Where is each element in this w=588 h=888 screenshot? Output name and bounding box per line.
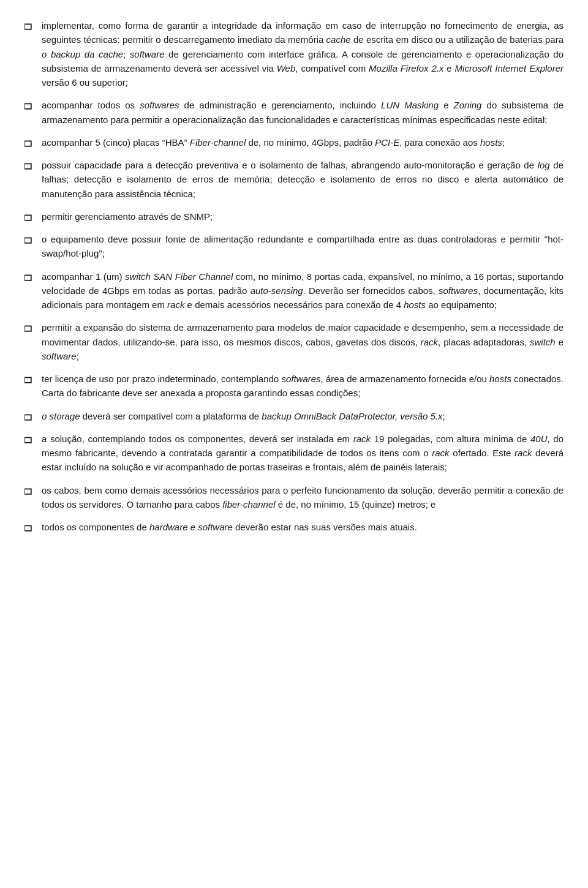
svg-rect-8 bbox=[24, 377, 31, 382]
svg-rect-10 bbox=[24, 437, 31, 442]
bullet-icon bbox=[24, 373, 36, 384]
svg-rect-5 bbox=[24, 238, 31, 243]
bullet-text: todos os componentes de hardware e softw… bbox=[42, 520, 564, 534]
bullet-icon bbox=[24, 233, 36, 244]
bullet-icon bbox=[24, 20, 36, 31]
list-item: ter licença de uso por prazo indetermina… bbox=[24, 372, 564, 401]
bullet-text: o storage deverá ser compatível com a pl… bbox=[42, 409, 564, 423]
list-item: a solução, contemplando todos os compone… bbox=[24, 432, 564, 475]
svg-rect-6 bbox=[24, 275, 31, 280]
svg-rect-0 bbox=[24, 24, 31, 29]
bullet-list: implementar, como forma de garantir a in… bbox=[24, 18, 564, 534]
bullet-icon bbox=[24, 410, 36, 421]
bullet-icon bbox=[24, 484, 36, 495]
list-item: todos os componentes de hardware e softw… bbox=[24, 520, 564, 534]
bullet-text: acompanhar todos os softwares de adminis… bbox=[42, 98, 564, 127]
svg-rect-4 bbox=[24, 215, 31, 220]
svg-rect-1 bbox=[24, 104, 31, 109]
list-item: o storage deverá ser compatível com a pl… bbox=[24, 409, 564, 423]
bullet-text: o equipamento deve possuir fonte de alim… bbox=[42, 232, 564, 261]
list-item: acompanhar 5 (cinco) placas “HBA” Fiber-… bbox=[24, 135, 564, 149]
bullet-text: os cabos, bem como demais acessórios nec… bbox=[42, 483, 564, 512]
list-item: acompanhar todos os softwares de adminis… bbox=[24, 98, 564, 127]
bullet-text: permitir a expansão do sistema de armaze… bbox=[42, 320, 564, 363]
list-item: permitir a expansão do sistema de armaze… bbox=[24, 320, 564, 363]
svg-rect-3 bbox=[24, 164, 31, 168]
list-item: possuir capacidade para a detecção preve… bbox=[24, 158, 564, 201]
svg-rect-2 bbox=[24, 141, 31, 146]
bullet-icon bbox=[24, 211, 36, 222]
bullet-icon bbox=[24, 322, 36, 333]
bullet-icon bbox=[24, 521, 36, 532]
bullet-text: acompanhar 1 (um) switch SAN Fiber Chann… bbox=[42, 269, 564, 312]
bullet-text: ter licença de uso por prazo indetermina… bbox=[42, 372, 564, 401]
svg-rect-12 bbox=[24, 525, 31, 530]
bullet-icon bbox=[24, 271, 36, 282]
list-item: os cabos, bem como demais acessórios nec… bbox=[24, 483, 564, 512]
bullet-icon bbox=[24, 137, 36, 148]
list-item: o equipamento deve possuir fonte de alim… bbox=[24, 232, 564, 261]
bullet-text: permitir gerenciamento através de SNMP; bbox=[42, 209, 564, 224]
bullet-text: implementar, como forma de garantir a in… bbox=[42, 18, 564, 89]
svg-rect-7 bbox=[24, 326, 31, 331]
list-item: acompanhar 1 (um) switch SAN Fiber Chann… bbox=[24, 269, 564, 312]
svg-rect-11 bbox=[24, 489, 31, 494]
svg-rect-9 bbox=[24, 415, 31, 420]
bullet-text: a solução, contemplando todos os compone… bbox=[42, 432, 564, 475]
list-item: implementar, como forma de garantir a in… bbox=[24, 18, 564, 89]
bullet-icon bbox=[24, 433, 36, 444]
list-item: permitir gerenciamento através de SNMP; bbox=[24, 209, 564, 224]
bullet-text: acompanhar 5 (cinco) placas “HBA” Fiber-… bbox=[42, 135, 564, 149]
content-area: implementar, como forma de garantir a in… bbox=[24, 18, 564, 534]
bullet-text: possuir capacidade para a detecção preve… bbox=[42, 158, 564, 201]
bullet-icon bbox=[24, 159, 36, 170]
bullet-icon bbox=[24, 99, 36, 110]
